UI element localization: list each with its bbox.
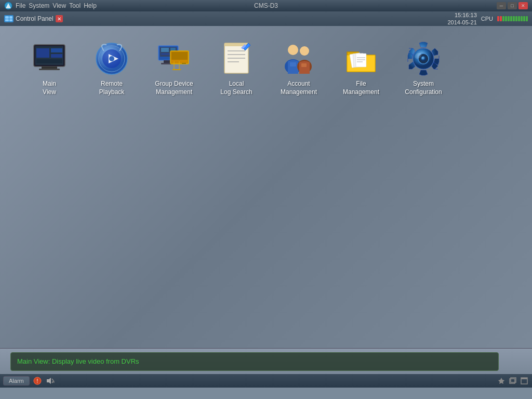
window-controls: ─ □ ✕ [497,2,528,9]
main-view-label: MainView [43,80,56,96]
status-bar: Main View: Display live video from DVRs [0,348,532,374]
system-config-label: SystemConfiguration [405,80,442,96]
cpu-segment [497,16,499,21]
file-icon [343,41,379,77]
svg-rect-43 [356,54,366,67]
system-config-icon[interactable]: SystemConfiguration [395,36,452,100]
svg-rect-5 [39,69,60,70]
main-content: MainView [0,26,532,348]
svg-rect-39 [301,63,307,67]
bottom-left-area: Alarm ! ✕ [3,376,55,385]
file-mgmt-icon[interactable]: FileManagement [332,36,390,100]
pin-icon[interactable] [497,376,506,385]
group-device-icon[interactable]: Group DeviceManagement [145,36,203,100]
svg-rect-9 [36,59,62,63]
monitor-icon [31,41,68,77]
cpu-segment [521,16,523,21]
app-title: CMS-D3 [254,2,278,9]
group-device-label: Group DeviceManagement [155,80,193,96]
alarm-button[interactable]: Alarm [3,376,30,385]
cpu-segment [500,16,502,21]
remote-playback-icon[interactable]: RemotePlayback [83,36,140,100]
svg-rect-7 [51,48,62,52]
bottom-right-area [497,376,529,385]
svg-marker-53 [47,378,51,384]
bottom-bar: Alarm ! ✕ [0,374,532,388]
close-button[interactable]: ✕ [518,2,528,9]
cpu-segment [513,16,515,21]
alarm-indicator-icon: ! [33,376,42,385]
svg-rect-20 [164,60,170,63]
svg-text:!: ! [36,378,38,384]
tab-close-button[interactable]: ✕ [56,15,63,22]
cpu-segment [505,16,507,21]
svg-point-49 [421,56,426,61]
cpu-bar [497,16,528,21]
cpu-segment [518,16,520,21]
account-icon [281,41,317,77]
cpu-segment [523,16,525,21]
tab-right-area: 15:16:13 2014-05-21 CPU [447,11,528,26]
title-bar: File System View Tool Help CMS-D3 ─ □ ✕ [0,0,532,11]
menu-tool[interactable]: Tool [69,2,81,9]
tab-bar: Control Panel ✕ 15:16:13 2014-05-21 CPU [0,11,532,26]
time-display: 15:16:13 [447,11,476,19]
cpu-segment [515,16,517,21]
svg-point-36 [300,46,309,56]
tab-icon [4,15,14,22]
menu-system[interactable]: System [29,2,49,9]
device-icon [156,41,192,77]
file-mgmt-label: FileManagement [343,80,379,96]
svg-rect-38 [290,62,296,66]
menu-file[interactable]: File [16,2,25,9]
svg-point-14 [109,56,114,61]
date-display: 2014-05-21 [447,19,476,26]
status-text: Main View: Display live video from DVRs [17,357,139,365]
cpu-segment [508,16,510,21]
main-view-icon[interactable]: MainView [21,36,78,100]
svg-rect-6 [36,48,49,58]
svg-point-34 [288,45,298,55]
svg-rect-8 [51,54,62,58]
sound-icon[interactable]: ✕ [45,376,55,385]
account-mgmt-label: AccountManagement [281,80,317,96]
cpu-label: CPU [481,16,493,22]
restore-window-icon[interactable] [508,376,517,385]
remote-playback-label: RemotePlayback [99,80,125,96]
playback-icon [94,41,130,77]
svg-rect-23 [171,52,188,60]
restore-button[interactable]: □ [508,2,517,9]
tab-area: Control Panel ✕ [4,15,63,22]
icon-grid: MainView [21,36,511,100]
maximize-icon[interactable] [520,376,529,385]
account-mgmt-icon[interactable]: AccountManagement [270,36,327,100]
config-icon [405,41,442,77]
menu-help[interactable]: Help [84,2,97,9]
local-log-label: LocalLog Search [220,80,252,96]
cpu-segment [502,16,504,21]
status-box: Main View: Display live video from DVRs [10,352,499,371]
tab-label[interactable]: Control Panel [16,15,54,22]
svg-rect-17 [161,48,169,52]
cpu-segment [526,16,528,21]
log-icon [218,41,255,77]
minimize-button[interactable]: ─ [497,2,506,9]
svg-rect-4 [42,66,57,69]
app-logo-icon [4,2,12,10]
clock-display: 15:16:13 2014-05-21 [447,11,476,26]
svg-rect-25 [172,69,181,70]
svg-text:✕: ✕ [52,380,55,384]
menu-view[interactable]: View [52,2,66,9]
svg-rect-24 [182,63,186,64]
cpu-segment [510,16,512,21]
local-log-icon[interactable]: LocalLog Search [208,36,265,100]
svg-rect-61 [521,378,527,379]
